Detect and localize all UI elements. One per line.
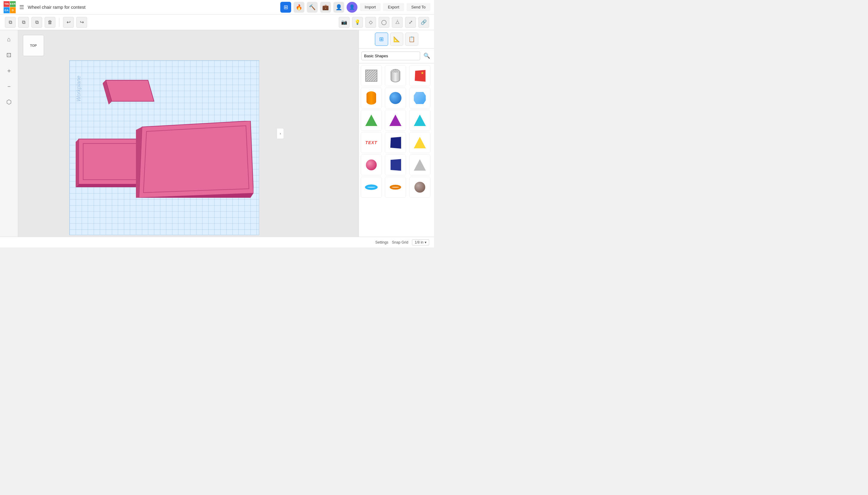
export-button[interactable]: Export	[383, 3, 404, 11]
tools-nav-icon[interactable]: 🔨	[307, 2, 318, 13]
toolbar-right: 📷 💡 ◇ ◯ ⧊ ⤢ 🔗	[339, 17, 429, 28]
shape-torus-blue[interactable]	[361, 177, 382, 198]
shape-cylinder-striped[interactable]	[385, 65, 406, 86]
circle-tool-button[interactable]: ◯	[379, 17, 389, 28]
shape-right[interactable]	[136, 121, 254, 198]
shape-box-darkblue[interactable]	[385, 132, 406, 153]
redo-button[interactable]: ↪	[76, 17, 87, 28]
canvas-area[interactable]: TOP Workplane	[18, 30, 359, 237]
shapes-grid: ★ TEXT	[359, 63, 434, 237]
ruler-panel-tab[interactable]: 📐	[390, 33, 403, 46]
user-avatar[interactable]: 👤	[347, 2, 358, 13]
starred-badge: ★	[421, 71, 424, 75]
view-cube[interactable]: TOP	[23, 35, 44, 56]
collapse-panel-button[interactable]: ›	[277, 128, 284, 139]
shape-tool-button[interactable]: ◇	[365, 17, 376, 28]
svg-marker-5	[76, 184, 145, 187]
shape-cone-grey[interactable]	[409, 154, 430, 175]
logo[interactable]: TIN KER CA D	[4, 1, 16, 13]
duplicate-button[interactable]: ⧉	[31, 17, 42, 28]
svg-marker-6	[139, 121, 254, 198]
shapes-category-select[interactable]: Basic Shapes Featured Text & Numbers Con…	[361, 52, 420, 60]
shape-box-striped[interactable]	[361, 65, 382, 86]
shape-pyramid-yellow[interactable]	[409, 132, 430, 153]
add-user-nav-icon[interactable]: 👤	[333, 2, 344, 13]
view-cube-label: TOP	[30, 44, 37, 47]
svg-rect-2	[79, 139, 142, 184]
briefcase-nav-icon[interactable]: 💼	[320, 2, 331, 13]
home-icon[interactable]: ⌂	[4, 34, 15, 45]
shape-cone-teal[interactable]	[409, 110, 430, 131]
shape-cylinder-orange[interactable]	[361, 87, 382, 108]
workplane[interactable]: Workplane	[69, 60, 259, 235]
zoom-out-icon[interactable]: －	[4, 81, 15, 92]
shape-sphere-brown[interactable]	[409, 177, 430, 198]
panel-tabs: ⊞ 📐 📋	[359, 30, 434, 49]
shape-box-red[interactable]: ★	[409, 65, 430, 86]
logo-d: D	[10, 7, 16, 13]
toolbar: ⧉ ⧉ ⧉ 🗑 ↩ ↪ 📷 💡 ◇ ◯ ⧊ ⤢ 🔗	[0, 15, 434, 30]
snap-grid-text: 1/8 in	[415, 240, 423, 244]
bottom-bar: Settings Snap Grid 1/8 in ▾	[0, 237, 434, 248]
shapes-panel-tab[interactable]: ⊞	[375, 33, 388, 46]
shape-sphere-pink[interactable]	[361, 154, 382, 175]
align-button[interactable]: ⧊	[392, 17, 403, 28]
top-nav: TIN KER CA D ☰ Wheel chair ramp for cont…	[0, 0, 434, 15]
snap-grid-label: Snap Grid	[392, 240, 409, 244]
svg-marker-4	[76, 139, 79, 187]
zoom-in-icon[interactable]: ＋	[4, 65, 15, 76]
snap-grid-value[interactable]: 1/8 in ▾	[412, 239, 429, 245]
paste-button[interactable]: ⧉	[18, 17, 29, 28]
shape-left[interactable]	[76, 136, 145, 187]
list-view-icon[interactable]: ☰	[19, 4, 24, 11]
snap-grid-dropdown-icon: ▾	[425, 240, 427, 244]
flip-button[interactable]: ⤢	[405, 17, 416, 28]
fire-nav-icon[interactable]: 🔥	[294, 2, 305, 13]
import-button[interactable]: Import	[360, 3, 381, 11]
light-button[interactable]: 💡	[352, 17, 363, 28]
shape-torus-brown[interactable]	[385, 177, 406, 198]
shape-box-navy[interactable]	[385, 154, 406, 175]
shape-text[interactable]: TEXT	[361, 132, 382, 153]
shape-top[interactable]	[103, 77, 157, 104]
shape-wavy[interactable]	[409, 87, 430, 108]
shapes-header: Basic Shapes Featured Text & Numbers Con…	[359, 49, 434, 63]
grid-nav-icon[interactable]: ⊞	[280, 2, 291, 13]
nav-right: ⊞ 🔥 🔨 💼 👤 👤 Import Export Send To	[280, 2, 430, 13]
shape-pyramid-purple[interactable]	[385, 110, 406, 131]
search-shapes-button[interactable]: 🔍	[422, 51, 432, 61]
settings-link[interactable]: Settings	[375, 240, 388, 244]
project-title: Wheel chair ramp for contest	[28, 4, 86, 10]
svg-marker-0	[106, 80, 154, 101]
copy-button[interactable]: ⧉	[5, 17, 16, 28]
undo-button[interactable]: ↩	[63, 17, 74, 28]
main-area: ⌂ ⊡ ＋ － ⬡ TOP Workplane	[0, 30, 434, 237]
logo-tin: TIN	[4, 1, 10, 7]
logo-ca: CA	[4, 7, 10, 13]
workplane-label: Workplane	[76, 76, 82, 102]
logo-ker: KER	[10, 1, 16, 7]
send-to-button[interactable]: Send To	[406, 3, 430, 11]
camera-button[interactable]: 📷	[339, 17, 350, 28]
zoom-fit-icon[interactable]: ⊡	[4, 49, 15, 60]
right-panel: ⊞ 📐 📋 Basic Shapes Featured Text & Numbe…	[359, 30, 434, 237]
shape-pyramid-green[interactable]	[361, 110, 382, 131]
notes-panel-tab[interactable]: 📋	[405, 33, 418, 46]
delete-button[interactable]: 🗑	[45, 17, 55, 28]
shape-sphere-blue[interactable]	[385, 87, 406, 108]
toolbar-separator-1	[59, 18, 59, 27]
view-cube-icon[interactable]: ⬡	[4, 97, 15, 107]
left-sidebar: ⌂ ⊡ ＋ － ⬡	[0, 30, 18, 237]
group-button[interactable]: 🔗	[418, 17, 429, 28]
